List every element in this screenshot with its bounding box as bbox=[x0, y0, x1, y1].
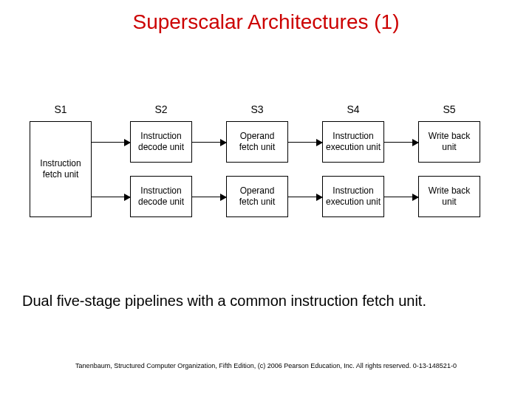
box-execute-b: Instruction execution unit bbox=[322, 176, 384, 217]
stage-label-s4: S4 bbox=[338, 103, 368, 115]
box-operand-b: Operand fetch unit bbox=[226, 176, 288, 217]
arrow-s1-s2-b bbox=[92, 197, 130, 197]
figure-caption: Dual five-stage pipelines with a common … bbox=[22, 293, 426, 310]
arrow-s2-s3-b bbox=[192, 197, 226, 197]
pipeline-diagram: S1 S2 S3 S4 S5 Instruction fetch unit In… bbox=[30, 103, 502, 251]
box-writeback-a: Write back unit bbox=[418, 121, 480, 163]
arrow-s3-s4-a bbox=[288, 142, 322, 143]
page-title: Superscalar Architectures (1) bbox=[0, 10, 532, 34]
box-decode-a: Instruction decode unit bbox=[130, 121, 192, 163]
footer-credit: Tanenbaum, Structured Computer Organizat… bbox=[0, 362, 532, 369]
arrow-s2-s3-a bbox=[192, 142, 226, 143]
stage-label-s3: S3 bbox=[242, 103, 272, 115]
arrow-s3-s4-b bbox=[288, 197, 322, 197]
box-decode-b: Instruction decode unit bbox=[130, 176, 192, 217]
box-writeback-b: Write back unit bbox=[418, 176, 480, 217]
stage-label-s2: S2 bbox=[146, 103, 176, 115]
box-execute-a: Instruction execution unit bbox=[322, 121, 384, 163]
box-operand-a: Operand fetch unit bbox=[226, 121, 288, 163]
arrow-s4-s5-b bbox=[384, 197, 418, 197]
arrow-s4-s5-a bbox=[384, 142, 418, 143]
box-instruction-fetch: Instruction fetch unit bbox=[30, 121, 92, 217]
stage-label-s5: S5 bbox=[434, 103, 464, 115]
stage-label-s1: S1 bbox=[46, 103, 75, 115]
arrow-s1-s2-a bbox=[92, 142, 130, 143]
